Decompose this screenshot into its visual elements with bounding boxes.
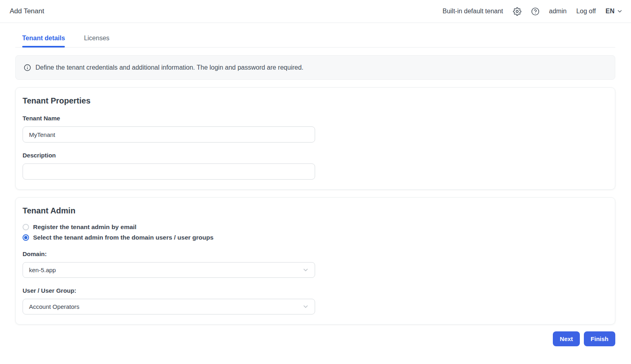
header-actions: Built-in default tenant admin Log off EN: [442, 7, 623, 16]
tenant-admin-title: Tenant Admin: [23, 206, 608, 215]
admin-mode-radio-group: Register the tenant admin by email Selec…: [23, 223, 608, 241]
domain-select-value: ken-5.app: [29, 267, 56, 273]
domain-select[interactable]: ken-5.app: [23, 262, 315, 278]
main-content: Tenant details Licenses Define the tenan…: [0, 35, 631, 346]
radio-select-from-domain-label: Select the tenant admin from the domain …: [33, 234, 214, 241]
tenant-admin-card: Tenant Admin Register the tenant admin b…: [15, 197, 615, 325]
tenant-name-input[interactable]: [23, 126, 315, 143]
radio-select-from-domain[interactable]: Select the tenant admin from the domain …: [23, 234, 608, 241]
radio-register-by-email[interactable]: Register the tenant admin by email: [23, 223, 608, 231]
username-label[interactable]: admin: [549, 8, 567, 15]
info-banner: Define the tenant credentials and additi…: [15, 55, 615, 80]
current-tenant-label[interactable]: Built-in default tenant: [442, 8, 503, 15]
user-group-label: User / User Group:: [23, 287, 608, 294]
page-title: Add Tenant: [10, 7, 44, 15]
user-group-select-value: Account Operators: [29, 303, 79, 310]
help-icon[interactable]: [531, 7, 540, 16]
description-input[interactable]: [23, 163, 315, 180]
domain-label: Domain:: [23, 250, 608, 257]
radio-register-by-email-label: Register the tenant admin by email: [33, 223, 137, 231]
info-banner-text: Define the tenant credentials and additi…: [35, 64, 303, 71]
tab-licenses[interactable]: Licenses: [84, 35, 109, 47]
user-group-select[interactable]: Account Operators: [23, 299, 315, 314]
top-header: Add Tenant Built-in default tenant admin…: [0, 0, 631, 23]
tenant-properties-title: Tenant Properties: [23, 96, 608, 105]
description-label: Description: [23, 152, 608, 159]
language-selector[interactable]: EN: [606, 8, 623, 15]
finish-button[interactable]: Finish: [584, 331, 615, 346]
radio-selected-icon[interactable]: [23, 234, 29, 241]
info-icon: [24, 64, 31, 71]
gear-icon[interactable]: [513, 7, 521, 16]
chevron-down-icon: [302, 267, 309, 273]
chevron-down-icon: [302, 303, 309, 310]
language-code: EN: [606, 8, 614, 15]
chevron-down-icon: [616, 8, 623, 14]
next-button[interactable]: Next: [553, 331, 580, 346]
tab-bar: Tenant details Licenses: [15, 35, 615, 48]
tenant-name-label: Tenant Name: [23, 115, 608, 122]
radio-unselected-icon[interactable]: [23, 224, 29, 230]
tab-tenant-details[interactable]: Tenant details: [22, 35, 65, 47]
wizard-footer: Next Finish: [15, 331, 615, 346]
logoff-button[interactable]: Log off: [576, 8, 596, 15]
tenant-properties-card: Tenant Properties Tenant Name Descriptio…: [15, 87, 615, 190]
